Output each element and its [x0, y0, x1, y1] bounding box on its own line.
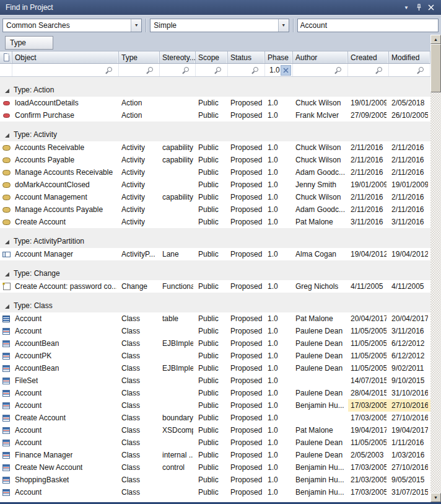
- table-row[interactable]: Account ManagementActivitycapabilityPubl…: [0, 191, 430, 203]
- column-header-scope[interactable]: Scope: [196, 51, 228, 63]
- filter-cell-status[interactable]: [228, 64, 265, 76]
- filter-cell-type[interactable]: [119, 64, 160, 76]
- table-row[interactable]: AccountPKClassPublicProposed1.0Paulene D…: [0, 350, 430, 362]
- table-row[interactable]: Create AccountClassboundaryPublicPropose…: [0, 412, 430, 424]
- collapse-triangle-icon[interactable]: [5, 133, 9, 138]
- table-row[interactable]: AccountClassPublicProposed1.0Paulene Dea…: [0, 325, 430, 337]
- cell-created: 17/03/2005: [348, 399, 389, 412]
- cell-modified: 1/11/2016: [389, 436, 430, 449]
- class-icon: [2, 489, 10, 496]
- cell-status: Proposed: [228, 486, 265, 498]
- table-row[interactable]: Create Account: password co...ChangeFunc…: [0, 280, 430, 293]
- collapse-triangle-icon[interactable]: [5, 240, 9, 244]
- filter-row: 1.0: [0, 64, 430, 77]
- class-icon: [2, 415, 10, 422]
- table-row[interactable]: Accounts ReceivableActivitycapabilityPub…: [0, 141, 430, 154]
- column-header-type[interactable]: Type: [119, 51, 160, 63]
- table-row[interactable]: Finance ManagerClassinternal ...PublicPr…: [0, 449, 430, 461]
- type-tab-button[interactable]: Type: [5, 36, 53, 50]
- triangle-down-icon: ▼: [434, 495, 438, 500]
- table-row[interactable]: Accounts PayableActivitycapabilityPublic…: [0, 154, 430, 166]
- scroll-up-button[interactable]: ▲: [430, 35, 441, 44]
- toolbar-separator: [146, 19, 146, 32]
- cell-status: Proposed: [228, 399, 265, 412]
- cell-created: 2/05/2003: [348, 449, 389, 461]
- table-row[interactable]: AccountClassPublicProposed1.0Paulene Dea…: [0, 387, 430, 399]
- column-header-author[interactable]: Author: [293, 51, 348, 63]
- filter-cell-created[interactable]: [348, 64, 389, 76]
- table-row[interactable]: AccountClassPublicProposed1.0Benjamin Hu…: [0, 399, 430, 412]
- pin-button[interactable]: [413, 2, 425, 13]
- close-button[interactable]: [425, 2, 437, 13]
- group-header-row[interactable]: Type: Change: [0, 260, 430, 280]
- window-menu-button[interactable]: ▼: [400, 2, 413, 13]
- column-header-created[interactable]: Created: [348, 51, 389, 63]
- filter-cell-modified[interactable]: [389, 64, 430, 76]
- cell-object: Manage Accounts Receivable: [12, 166, 119, 179]
- filter-cell-object[interactable]: [12, 64, 119, 76]
- clear-filter-button[interactable]: [281, 65, 291, 76]
- vertical-scrollbar[interactable]: ▲ ▼: [430, 35, 441, 502]
- group-header-row[interactable]: Type: Activity: [0, 122, 430, 141]
- table-row[interactable]: FileSetClassPublicProposed1.014/07/20159…: [0, 374, 430, 387]
- group-header-row[interactable]: Type: ActivityPartition: [0, 228, 430, 248]
- column-header-phase[interactable]: Phase: [265, 51, 293, 63]
- cell-element-icon: [0, 154, 12, 166]
- group-header-row[interactable]: Type: Action: [0, 77, 430, 97]
- table-row[interactable]: doMarkAccountClosedActivityPublicPropose…: [0, 179, 430, 191]
- table-row[interactable]: AccountClassPublicProposed1.0Paulene Dea…: [0, 436, 430, 449]
- search-filter-icon: [375, 67, 382, 74]
- table-row[interactable]: Create New AccountClasscontrolPublicProp…: [0, 461, 430, 474]
- cell-phase: 1.0: [265, 362, 293, 374]
- filter-cell-author[interactable]: [293, 64, 348, 76]
- search-mode-select[interactable]: Simple ▼: [150, 19, 289, 32]
- activity-icon: [2, 195, 11, 200]
- table-row[interactable]: Manage Accounts ReceivableActivityPublic…: [0, 166, 430, 179]
- table-row[interactable]: ShoppingBasketClassPublicProposed1.0Benj…: [0, 474, 430, 486]
- cell-stereotype: [160, 399, 196, 412]
- cell-type: Activity: [119, 141, 160, 154]
- cell-created: 2/11/2016: [348, 203, 389, 216]
- cell-author: Adam Goodc...: [293, 166, 348, 179]
- column-header-modified[interactable]: Modified: [389, 51, 430, 63]
- column-header-stereotype[interactable]: Stereoty...: [160, 51, 196, 63]
- collapse-triangle-icon[interactable]: [5, 89, 9, 93]
- search-term-input[interactable]: [297, 19, 439, 32]
- chevron-down-icon[interactable]: ▼: [131, 19, 141, 32]
- column-header-element[interactable]: [0, 51, 12, 63]
- chevron-down-icon[interactable]: ▼: [278, 19, 289, 32]
- filter-cell-phase[interactable]: 1.0: [265, 64, 293, 76]
- cell-scope: Public: [196, 325, 228, 337]
- scroll-down-button[interactable]: ▼: [430, 493, 441, 502]
- collapse-triangle-icon[interactable]: [5, 272, 9, 276]
- filter-cell-element: [0, 64, 12, 76]
- results-list: Type: ActionloadAccountDetailsActionPubl…: [0, 77, 430, 498]
- filter-cell-stereotype[interactable]: [160, 64, 196, 76]
- cell-status: Proposed: [228, 325, 265, 337]
- filter-cell-scope[interactable]: [196, 64, 228, 76]
- table-row[interactable]: Manage Accounts PayableActivityPublicPro…: [0, 203, 430, 216]
- cell-phase: 1.0: [265, 474, 293, 486]
- collapse-triangle-icon[interactable]: [5, 304, 9, 309]
- table-row[interactable]: AccountBeanClassEJBImple...PublicPropose…: [0, 337, 430, 350]
- table-row[interactable]: Create AccountActivityPublicProposed1.0P…: [0, 216, 430, 228]
- column-header-status[interactable]: Status: [228, 51, 265, 63]
- cell-element-icon: [0, 387, 12, 399]
- table-row[interactable]: AccountClassXSDcompl...PublicProposed1.0…: [0, 424, 430, 436]
- scrollbar-thumb[interactable]: [430, 44, 441, 92]
- group-label: Type: Change: [14, 269, 60, 278]
- table-row[interactable]: Account ManagerActivityP...LanePublicPro…: [0, 248, 430, 260]
- cell-object: Finance Manager: [12, 449, 119, 461]
- cell-stereotype: table: [160, 312, 196, 325]
- table-row[interactable]: AccountBeanClassEJBImple...PublicPropose…: [0, 362, 430, 374]
- table-row[interactable]: AccountClasstablePublicProposed1.0Pat Ma…: [0, 312, 430, 325]
- table-row[interactable]: Confirm PurchaseActionPublicProposed1.0F…: [0, 109, 430, 122]
- group-header-row[interactable]: Type: Class: [0, 293, 430, 312]
- search-category-select[interactable]: Common Searches ▼: [2, 19, 142, 32]
- window-title: Find in Project: [6, 3, 400, 12]
- table-row[interactable]: loadAccountDetailsActionPublicProposed1.…: [0, 97, 430, 109]
- cell-status: Proposed: [228, 312, 265, 325]
- table-row[interactable]: AccountClassPublicProposed1.0Benjamin Hu…: [0, 486, 430, 498]
- column-header-object[interactable]: Object: [12, 51, 119, 63]
- phase-filter-value[interactable]: 1.0: [269, 66, 281, 74]
